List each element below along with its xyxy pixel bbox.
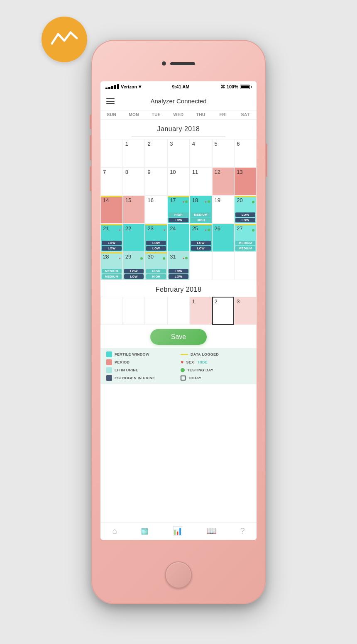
- lh-swatch: [106, 367, 112, 373]
- cal-cell-feb3[interactable]: 3: [234, 297, 257, 325]
- day-header-fri: FRI: [212, 110, 235, 119]
- cell-dots: ♥: [205, 200, 210, 203]
- sex-heart-icon: ♥: [181, 359, 183, 365]
- cell-dots: [252, 229, 254, 232]
- fertile-window-swatch: [106, 351, 112, 357]
- hamburger-line: [106, 101, 115, 102]
- sex-label: SEX: [186, 360, 194, 364]
- data-logged-indicator: [145, 224, 167, 225]
- cal-cell-jan22[interactable]: 22: [123, 224, 145, 252]
- cal-cell-jan9[interactable]: 9: [145, 167, 167, 195]
- cal-cell-feb2-today[interactable]: 2: [212, 297, 235, 325]
- carrier-name: Verizon: [121, 84, 137, 89]
- cal-cell-jan11[interactable]: 11: [190, 167, 212, 195]
- legend-testing-day: TESTING DAY: [181, 367, 251, 373]
- feb-empty: [167, 297, 190, 325]
- tab-chart[interactable]: 📊: [172, 526, 183, 536]
- speaker: [170, 62, 195, 65]
- cell-dots: [163, 257, 165, 260]
- data-logged-indicator: [101, 196, 122, 197]
- cal-cell-empty: [100, 139, 123, 167]
- period-label: PERIOD: [115, 360, 130, 364]
- cal-cell-jan12[interactable]: 12: [212, 167, 235, 195]
- month-divider: [132, 136, 225, 137]
- estrogen-swatch: [106, 375, 112, 381]
- cal-cell-jan23[interactable]: 23 ♥ LOW LOW: [145, 224, 167, 252]
- book-icon: 📖: [206, 526, 217, 536]
- tab-help[interactable]: ?: [240, 526, 245, 536]
- january-week2: 7 8 9 10 11 12 13: [100, 167, 257, 195]
- day-headers: SUN MON TUE WED THU FRI SAT: [100, 110, 257, 120]
- cal-cell-jan5[interactable]: 5: [212, 139, 235, 167]
- save-button[interactable]: Save: [150, 329, 207, 345]
- tab-book[interactable]: 📖: [206, 526, 217, 536]
- cal-cell-empty: [212, 252, 235, 280]
- day-header-sat: SAT: [234, 110, 257, 119]
- data-logged-indicator: [101, 224, 122, 225]
- january-week3: 14 15 16 17 ♥ HIGH LOW: [100, 195, 257, 224]
- today-box-icon: [181, 376, 186, 381]
- data-logged-indicator: [190, 224, 212, 225]
- cal-cell-feb1[interactable]: 1: [190, 297, 212, 325]
- cal-cell-jan19[interactable]: 19: [212, 195, 235, 224]
- cal-cell-jan26[interactable]: 26: [212, 224, 235, 252]
- legend-lh-urine: LH IN URINE: [106, 367, 176, 373]
- cal-cell-jan21[interactable]: 21 ♥ LOW LOW: [100, 224, 123, 252]
- legend-period: PERIOD: [106, 359, 176, 365]
- cal-cell-jan25[interactable]: 25 ♥ LOW LOW: [190, 224, 212, 252]
- status-left: Verizon ▾: [105, 84, 141, 90]
- hide-button[interactable]: HIDE: [198, 360, 208, 364]
- tab-calendar[interactable]: ▦: [141, 526, 149, 536]
- cell-dots: [252, 201, 254, 203]
- home-button[interactable]: [165, 561, 192, 588]
- menu-button[interactable]: [106, 98, 115, 104]
- save-button-container: Save: [100, 325, 257, 348]
- phone-frame: Verizon ▾ 9:41 AM ⌘ 100% Analyzer Connec…: [91, 40, 266, 604]
- legend-estrogen-urine: ESTROGEN IN URINE: [106, 375, 176, 381]
- cal-cell-jan2[interactable]: 2: [145, 139, 167, 167]
- cal-cell-empty: [234, 252, 257, 280]
- cal-cell-jan16[interactable]: 16: [145, 195, 167, 224]
- nav-title: Analyzer Connected: [150, 98, 206, 105]
- cal-cell-jan10[interactable]: 10: [167, 167, 190, 195]
- cell-dots: ♥: [183, 200, 188, 203]
- february-week1: 1 2 3: [100, 297, 257, 325]
- legend: FERTILE WINDOW DATA LOGGED PERIOD ♥ SEX …: [100, 348, 257, 384]
- cal-cell-jan1[interactable]: 1: [123, 139, 145, 167]
- cal-cell-jan15[interactable]: 15: [123, 195, 145, 224]
- cal-cell-jan29[interactable]: 29 LOW LOW: [123, 252, 145, 280]
- cal-cell-jan14[interactable]: 14: [100, 195, 123, 224]
- cal-cell-jan28[interactable]: 28 ♥ MEDIUM MEDIUM: [100, 252, 123, 280]
- hamburger-line: [106, 103, 115, 104]
- cell-dots: [140, 257, 143, 260]
- testing-day-dot: [181, 368, 185, 372]
- cal-cell-jan3[interactable]: 3: [167, 139, 190, 167]
- help-icon: ?: [240, 526, 245, 536]
- cal-cell-jan13[interactable]: 13: [234, 167, 257, 195]
- cal-cell-jan18[interactable]: 18 ♥ MEDIUM HIGH: [190, 195, 212, 224]
- calendar-scroll[interactable]: January 2018 1 2 3 4 5 6 7 8 9 10 11 12 …: [100, 120, 257, 522]
- day-header-thu: THU: [190, 110, 212, 119]
- january-title: January 2018: [100, 120, 257, 136]
- cal-cell-jan8[interactable]: 8: [123, 167, 145, 195]
- cal-cell-jan7[interactable]: 7: [100, 167, 123, 195]
- today-label: TODAY: [188, 376, 201, 380]
- cal-cell-jan27[interactable]: 27 MEDIUM MEDIUM: [234, 224, 257, 252]
- cell-dots: ♥: [119, 257, 121, 260]
- cal-cell-jan24[interactable]: 24: [167, 224, 190, 252]
- cal-cell-jan30[interactable]: 30 HIGH HIGH: [145, 252, 167, 280]
- cal-cell-jan17[interactable]: 17 ♥ HIGH LOW: [167, 195, 190, 224]
- cal-cell-jan31[interactable]: 31 ♥ LOW LOW: [167, 252, 190, 280]
- period-swatch: [106, 359, 112, 365]
- cell-dots: ♥: [119, 229, 121, 232]
- tab-home[interactable]: ⌂: [112, 526, 117, 536]
- cal-cell-jan6[interactable]: 6: [234, 139, 257, 167]
- cal-cell-jan20[interactable]: 20 LOW LOW: [234, 195, 257, 224]
- tab-bar: ⌂ ▦ 📊 📖 ?: [100, 522, 257, 540]
- phone-top-notch: [162, 61, 195, 66]
- bluetooth-icon: ⌘: [220, 84, 225, 90]
- hamburger-line: [106, 98, 115, 99]
- cal-cell-jan4[interactable]: 4: [190, 139, 212, 167]
- volume-down-button: [90, 166, 91, 191]
- status-right: ⌘ 100%: [220, 84, 252, 90]
